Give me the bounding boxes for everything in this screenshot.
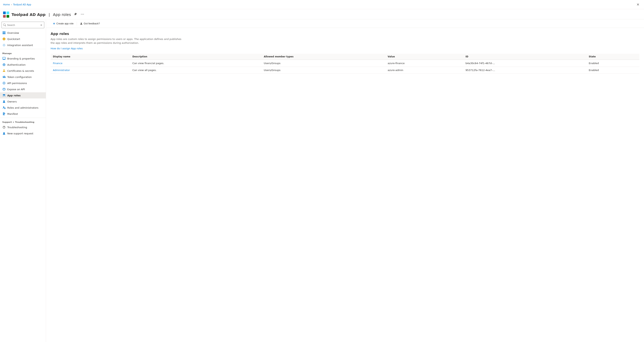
- role-link-0[interactable]: Finance: [53, 62, 62, 65]
- page-title-sep: |: [49, 12, 50, 17]
- pin-button[interactable]: [73, 12, 78, 17]
- svg-point-5: [82, 14, 83, 15]
- col-state: State: [586, 54, 640, 60]
- svg-rect-7: [3, 32, 4, 33]
- svg-rect-28: [3, 114, 5, 114]
- sidebar-item-manifest-label: Manifest: [7, 112, 18, 115]
- cell-value-0: azure-finance: [386, 60, 463, 67]
- create-app-role-button[interactable]: Create app role: [50, 21, 76, 26]
- sidebar-item-authentication-label: Authentication: [7, 63, 26, 66]
- sidebar-item-owners[interactable]: Owners: [0, 98, 46, 105]
- svg-point-6: [84, 14, 84, 15]
- svg-point-4: [81, 14, 82, 15]
- cell-value-1: azure-admin: [386, 67, 463, 74]
- page-header: Toolpad AD App | App roles: [0, 9, 644, 19]
- sidebar-item-overview-label: Overview: [7, 32, 19, 34]
- cell-description-1: Can view all pages.: [130, 67, 262, 74]
- manage-section-label: Manage: [0, 50, 46, 56]
- content-description: App roles are custom roles to assign per…: [50, 37, 185, 45]
- sidebar-item-roles[interactable]: Roles and administrators: [0, 105, 46, 111]
- svg-rect-27: [3, 113, 5, 113]
- svg-rect-15: [4, 76, 4, 78]
- sidebar-item-integration-label: Integration assistant: [7, 44, 33, 47]
- svg-point-20: [3, 89, 5, 90]
- app-roles-table: Display name Description Allowed member …: [50, 54, 640, 74]
- toolbar: Create app role Got feedback?: [46, 19, 644, 28]
- sidebar-item-overview[interactable]: Overview: [0, 30, 46, 36]
- sidebar-item-expose[interactable]: Expose an API: [0, 86, 46, 92]
- owners-icon: [2, 100, 6, 103]
- sidebar-item-authentication[interactable]: Authentication: [0, 62, 46, 68]
- sidebar-item-approles[interactable]: App roles: [0, 92, 46, 98]
- sidebar-item-token-label: Token configuration: [7, 76, 32, 79]
- sidebar-item-roles-label: Roles and administrators: [7, 106, 38, 109]
- sidebar-item-troubleshooting[interactable]: Troubleshooting: [0, 124, 46, 130]
- content-area: App roles App roles are custom roles to …: [46, 28, 644, 78]
- sidebar-item-support-label: New support request: [7, 132, 33, 135]
- sidebar-item-branding[interactable]: Branding & properties: [0, 56, 46, 62]
- breadcrumb-sep: ›: [11, 3, 12, 6]
- sidebar-item-api[interactable]: API permissions: [0, 80, 46, 86]
- cell-id-1: 953712fa-7612-4ea7-...: [463, 67, 586, 74]
- cell-description-0: Can view financial pages.: [130, 60, 262, 67]
- create-app-role-label: Create app role: [56, 22, 74, 25]
- svg-rect-3: [6, 15, 9, 18]
- certificates-icon: [2, 69, 6, 73]
- role-link-1[interactable]: Administrator: [53, 69, 70, 72]
- more-button[interactable]: [80, 12, 85, 17]
- svg-point-33: [81, 23, 82, 24]
- col-id: ID: [463, 54, 586, 60]
- svg-rect-10: [4, 33, 5, 34]
- sidebar-item-branding-label: Branding & properties: [7, 57, 35, 60]
- cell-state-1: Enabled: [586, 67, 640, 74]
- page-section-title: App roles: [53, 12, 71, 17]
- cell-state-0: Enabled: [586, 60, 640, 67]
- layout: « Overview Quickstart Integration assist…: [0, 19, 644, 342]
- sidebar-item-support[interactable]: New support request: [0, 130, 46, 136]
- help-link[interactable]: How do I assign App roles: [50, 47, 82, 50]
- sidebar-item-api-label: API permissions: [7, 82, 27, 85]
- breadcrumb-home[interactable]: Home: [3, 3, 10, 6]
- sidebar-item-manifest[interactable]: Manifest: [0, 111, 46, 117]
- cell-display-name-0: Finance: [50, 60, 130, 67]
- got-feedback-button[interactable]: Got feedback?: [78, 21, 102, 26]
- approles-icon: [2, 94, 6, 97]
- sidebar-item-certificates[interactable]: Certificates & secrets: [0, 68, 46, 74]
- svg-rect-17: [4, 76, 5, 78]
- support-section-label: Support + Troubleshooting: [0, 119, 46, 124]
- search-input[interactable]: [7, 24, 39, 27]
- svg-rect-8: [4, 32, 5, 33]
- svg-rect-29: [3, 114, 4, 115]
- cell-member-types-1: Users/Groups: [262, 67, 385, 74]
- close-button[interactable]: ✕: [635, 2, 641, 8]
- svg-rect-14: [3, 76, 3, 78]
- svg-rect-30: [3, 115, 5, 115]
- table-row: Finance Can view financial pages. Users/…: [50, 60, 640, 67]
- svg-point-22: [4, 94, 5, 95]
- sidebar-item-approles-label: App roles: [7, 94, 21, 97]
- sidebar-item-integration[interactable]: Integration assistant: [0, 42, 46, 48]
- table-row: Administrator Can view all pages. Users/…: [50, 67, 640, 74]
- support-icon: [2, 132, 6, 135]
- col-display-name: Display name: [50, 54, 130, 60]
- table-header: Display name Description Allowed member …: [50, 54, 640, 60]
- content-title: App roles: [50, 32, 640, 36]
- svg-point-21: [3, 94, 4, 95]
- api-icon: [2, 81, 6, 85]
- col-description: Description: [130, 54, 262, 60]
- svg-rect-16: [4, 76, 4, 78]
- top-bar: Home › Toolpad AD App ✕: [0, 0, 644, 9]
- svg-rect-26: [3, 112, 4, 113]
- collapse-button[interactable]: «: [40, 23, 42, 27]
- sidebar-item-troubleshooting-label: Troubleshooting: [7, 126, 27, 129]
- sidebar-item-owners-label: Owners: [7, 100, 17, 103]
- svg-rect-0: [3, 12, 6, 14]
- main-content: Create app role Got feedback? App roles …: [46, 19, 644, 342]
- sidebar-item-token[interactable]: Token configuration: [0, 74, 46, 80]
- breadcrumb-app[interactable]: Toolpad AD App: [13, 3, 31, 6]
- search-icon: [3, 24, 6, 26]
- sidebar-item-quickstart[interactable]: Quickstart: [0, 36, 46, 42]
- app-icon: [3, 12, 9, 18]
- svg-point-23: [4, 100, 4, 102]
- roles-icon: [2, 106, 6, 109]
